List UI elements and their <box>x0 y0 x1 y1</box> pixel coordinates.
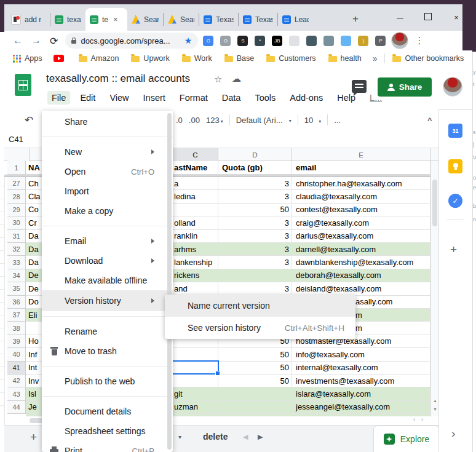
cell-c40[interactable] <box>173 348 218 361</box>
cell-c32[interactable]: arhms <box>173 243 218 256</box>
undo-icon[interactable]: ↶ <box>25 114 33 127</box>
row-header-27[interactable]: 27 <box>7 177 26 190</box>
extension-sh-icon[interactable]: S <box>237 36 248 46</box>
tab-texas-1[interactable]: texas <box>50 13 85 26</box>
calendar-icon[interactable]: 31 <box>448 124 462 138</box>
file-menu-item-move-to-trash[interactable]: Move to trash <box>42 341 173 361</box>
cell-d33[interactable]: 3 <box>218 256 292 269</box>
cell-c34[interactable]: rickens <box>173 269 218 282</box>
row-header-34[interactable]: 34 <box>7 269 26 282</box>
cell-d34[interactable] <box>218 269 292 282</box>
bookmarks-overflow-icon[interactable]: » <box>373 54 378 63</box>
row-header-44[interactable]: 44 <box>7 401 26 414</box>
column-header-e[interactable]: E <box>292 148 430 161</box>
row-header-30[interactable]: 30 <box>7 216 26 229</box>
file-menu-scrollbar[interactable] <box>167 113 172 450</box>
cell-e34[interactable]: deborah@texasally.com <box>292 269 430 282</box>
browser-menu-icon[interactable]: ⋮ <box>415 35 424 46</box>
vertical-scrollbar[interactable]: ▲ ▼ <box>430 161 438 416</box>
account-avatar[interactable] <box>443 77 462 97</box>
collapse-toolbar-icon[interactable]: ^ <box>427 116 432 125</box>
cell-e35[interactable]: deisland@texasally.com <box>292 282 430 295</box>
file-menu-item-share[interactable]: Share <box>42 112 173 132</box>
submenu-item-name-current-version[interactable]: Name current version <box>165 295 355 317</box>
extension-ear-icon[interactable]: ) <box>358 36 368 46</box>
submenu-item-see-version-history[interactable]: See version historyCtrl+Alt+Shift+H <box>165 317 355 339</box>
extension-gear-icon[interactable]: * <box>255 36 265 46</box>
cell-d32[interactable]: 3 <box>218 243 292 256</box>
cell-e43[interactable]: islara@texasally.com <box>292 387 430 400</box>
browser-profile-avatar[interactable] <box>391 32 408 49</box>
menubar-item-tools[interactable]: Tools <box>250 91 280 105</box>
extension-grid-icon[interactable] <box>289 36 299 46</box>
file-menu-item-download[interactable]: Download <box>42 251 173 271</box>
vertical-scrollbar-thumb[interactable] <box>432 180 437 226</box>
cell-e40[interactable]: info@texasally.com <box>292 348 430 361</box>
row-header-39[interactable]: 39 <box>7 335 26 348</box>
bookmark-folder-customers[interactable]: Customers <box>266 54 315 63</box>
back-icon[interactable]: ← <box>13 35 23 46</box>
cell-e41[interactable]: internal@texasally.com <box>292 362 430 375</box>
menubar-item-add-ons[interactable]: Add-ons <box>285 91 327 105</box>
name-box[interactable]: C41 <box>9 135 38 144</box>
extension-jetbrains-icon[interactable]: JB <box>272 36 282 46</box>
reload-icon[interactable]: ⟳ <box>50 35 58 47</box>
cell-e32[interactable]: darnell@texasally.com <box>292 243 430 256</box>
tab-lead-7[interactable]: Lead <box>277 13 313 26</box>
tab-texas-5[interactable]: Texas <box>199 13 238 26</box>
file-menu-item-make-a-copy[interactable]: Make a copy <box>42 201 173 221</box>
hide-side-panel-icon[interactable]: › <box>451 427 455 440</box>
new-tab-button[interactable]: + <box>352 13 359 25</box>
tab-scroll-right-icon[interactable]: ▶ <box>258 433 263 441</box>
cell-e31[interactable]: darius@texasally.com <box>292 230 430 243</box>
cell-d30[interactable]: 3 <box>218 216 292 229</box>
cell-c35[interactable]: and <box>173 282 218 295</box>
cell-d35[interactable]: 3 <box>218 282 292 295</box>
row-header-38[interactable]: 38 <box>7 322 26 335</box>
cell-d29[interactable]: 50 <box>218 204 292 216</box>
menubar-item-format[interactable]: Format <box>175 91 212 105</box>
row-header-31[interactable]: 31 <box>7 230 26 243</box>
add-sheet-button[interactable]: + <box>30 430 37 444</box>
file-menu-item-make-available-offline[interactable]: Make available offline <box>42 271 173 290</box>
extension-puzzle-icon[interactable]: P <box>375 36 386 46</box>
bookmark-folder-work[interactable]: Work <box>182 54 212 63</box>
cell-e42[interactable]: investments@texasally.com <box>292 375 430 387</box>
menubar-item-edit[interactable]: Edit <box>76 91 100 105</box>
cell-d43[interactable] <box>218 387 292 400</box>
sheet-tab-dropdown-icon[interactable]: ▾ <box>178 434 181 440</box>
tab-searc-3[interactable]: Searc <box>127 13 163 26</box>
apps-grid-icon[interactable] <box>13 55 21 63</box>
font-size-select[interactable]: 10 ▾ <box>304 116 322 125</box>
file-menu-item-new[interactable]: New <box>42 142 173 162</box>
increase-decimal-button[interactable]: .00 <box>189 116 200 125</box>
bookmark-star-icon[interactable]: ★ <box>184 36 192 46</box>
file-menu-item-import[interactable]: Import <box>42 181 173 201</box>
explore-button[interactable]: Explore <box>373 426 440 452</box>
star-document-icon[interactable]: ☆ <box>214 74 222 85</box>
cell-c28[interactable]: ledina <box>173 190 218 203</box>
cell-d44[interactable] <box>218 401 292 414</box>
more-toolbar-button[interactable]: ... <box>334 116 341 125</box>
header-cell-quota[interactable]: Quota (gb) <box>218 161 292 175</box>
header-cell-lastname[interactable]: astName <box>173 161 218 175</box>
scroll-right-icon[interactable]: › <box>421 416 423 422</box>
cell-d28[interactable]: 3 <box>218 190 292 203</box>
row-header-33[interactable]: 33 <box>7 256 26 269</box>
file-menu-item-email[interactable]: Email <box>42 231 173 251</box>
apps-label[interactable]: Apps <box>25 54 42 63</box>
extension-translate-icon[interactable]: G <box>203 36 213 46</box>
header-cell-email[interactable]: email <box>292 161 430 175</box>
cell-d41[interactable]: 50 <box>218 362 292 375</box>
other-bookmarks[interactable]: Other bookmarks <box>392 54 464 63</box>
extension-photos-icon[interactable] <box>323 36 334 46</box>
cell-e33[interactable]: dawnblankenship@texasally.com <box>292 256 430 269</box>
cell-c33[interactable]: lankenship <box>173 256 218 269</box>
row-header-1[interactable]: 1 <box>7 161 26 175</box>
cell-c31[interactable]: ranklin <box>173 230 218 243</box>
row-header-37[interactable]: 37 <box>7 309 26 322</box>
get-add-ons-icon[interactable]: + <box>450 243 457 256</box>
cell-e28[interactable]: claudia@texasally.com <box>292 190 430 203</box>
bookmark-folder-base[interactable]: Base <box>224 54 255 63</box>
keep-icon[interactable] <box>448 159 462 173</box>
